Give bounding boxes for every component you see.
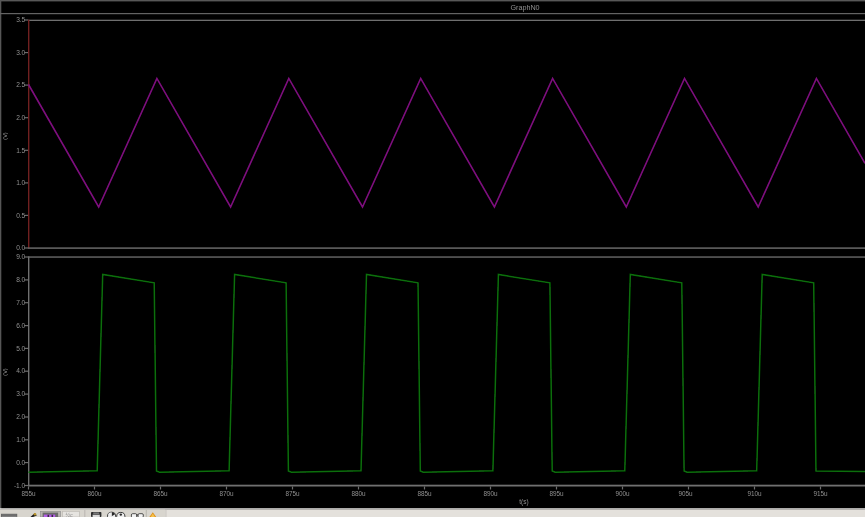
svg-text:0.5: 0.5 xyxy=(16,212,25,219)
svg-text:885u: 885u xyxy=(417,490,432,497)
svg-text:880u: 880u xyxy=(351,490,366,497)
svg-text:4.0: 4.0 xyxy=(16,367,25,374)
svg-text:5.0: 5.0 xyxy=(16,345,25,352)
svg-text:2.0: 2.0 xyxy=(16,114,25,121)
svg-text:1.0: 1.0 xyxy=(16,179,25,186)
svg-text:875u: 875u xyxy=(285,490,300,497)
svg-text:900u: 900u xyxy=(615,490,630,497)
svg-text:-1.0: -1.0 xyxy=(14,482,26,489)
svg-text:870u: 870u xyxy=(219,490,234,497)
svg-text:½c: ½c xyxy=(66,512,74,517)
svg-text:8.0: 8.0 xyxy=(16,276,25,283)
svg-text:2.0: 2.0 xyxy=(16,413,25,420)
svg-text:(V): (V) xyxy=(2,368,8,376)
svg-text:855u: 855u xyxy=(21,490,36,497)
svg-text:GraphN0: GraphN0 xyxy=(510,3,539,12)
svg-text:915u: 915u xyxy=(813,490,828,497)
svg-text:0.0: 0.0 xyxy=(16,459,25,466)
svg-text:3.0: 3.0 xyxy=(16,49,25,56)
svg-text:1.5: 1.5 xyxy=(16,147,25,154)
svg-text:(V): (V) xyxy=(2,132,8,140)
svg-text:6.0: 6.0 xyxy=(16,322,25,329)
svg-text:9.0: 9.0 xyxy=(16,253,25,260)
svg-text:865u: 865u xyxy=(153,490,168,497)
svg-text:0.0: 0.0 xyxy=(16,244,25,251)
svg-text:2.5: 2.5 xyxy=(16,81,25,88)
svg-text:895u: 895u xyxy=(549,490,564,497)
svg-text:3.5: 3.5 xyxy=(16,16,25,23)
svg-text:1.0: 1.0 xyxy=(16,436,25,443)
svg-text:910u: 910u xyxy=(747,490,762,497)
svg-text:905u: 905u xyxy=(678,490,693,497)
svg-text:t(s): t(s) xyxy=(519,498,528,506)
svg-text:890u: 890u xyxy=(483,490,498,497)
svg-text:7.0: 7.0 xyxy=(16,299,25,306)
svg-text:3.0: 3.0 xyxy=(16,390,25,397)
svg-text:860u: 860u xyxy=(87,490,102,497)
